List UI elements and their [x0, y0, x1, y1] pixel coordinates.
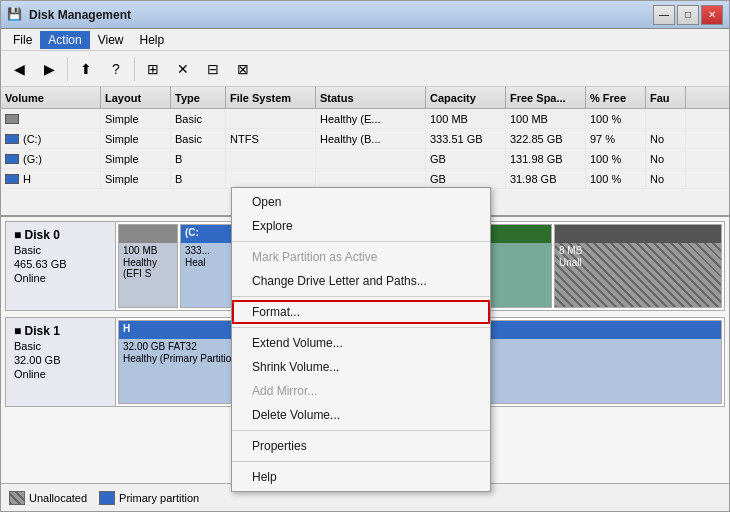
legend-unalloc-box [9, 491, 25, 505]
legend-primary: Primary partition [99, 491, 199, 505]
disk-0-vol-efi-header [119, 225, 177, 243]
menu-action[interactable]: Action [40, 31, 89, 49]
cell-free-4: 31.98 GB [506, 169, 586, 188]
col-capacity: Capacity [426, 87, 506, 108]
cell-capacity-3: GB [426, 149, 506, 168]
ctx-format[interactable]: Format... [232, 300, 490, 324]
cell-capacity-1: 100 MB [426, 109, 506, 128]
disk-0-vol-unalloc-size: 8 MB [559, 245, 717, 256]
cell-fs-1 [226, 109, 316, 128]
cell-free-1: 100 MB [506, 109, 586, 128]
disk-0-info: ■ Disk 0 Basic 465.63 GB Online [6, 222, 116, 310]
cell-layout-4: Simple [101, 169, 171, 188]
cell-status-2: Healthy (B... [316, 129, 426, 148]
disk-0-vol-efi-body: 100 MB Healthy (EFI S [119, 243, 177, 307]
cell-free-2: 322.85 GB [506, 129, 586, 148]
cell-volume-2: (C:) [1, 129, 101, 148]
cell-layout-2: Simple [101, 129, 171, 148]
legend-primary-box [99, 491, 115, 505]
col-fault: Fau [646, 87, 686, 108]
ctx-mark-active: Mark Partition as Active [232, 245, 490, 269]
cell-pct-4: 100 % [586, 169, 646, 188]
table-header: Volume Layout Type File System Status Ca… [1, 87, 729, 109]
rescan-button[interactable]: ⊞ [139, 55, 167, 83]
toolbar-sep-1 [67, 57, 68, 81]
cell-type-3: B [171, 149, 226, 168]
disk-0-vol-unalloc[interactable]: 8 MB Unall [554, 224, 722, 308]
ctx-extend[interactable]: Extend Volume... [232, 331, 490, 355]
cell-volume-4: H [1, 169, 101, 188]
ctx-explore[interactable]: Explore [232, 214, 490, 238]
disk-1-name: ■ Disk 1 [14, 324, 107, 338]
disk-0-size: 465.63 GB [14, 258, 107, 270]
disk-0-vol-unalloc-header [555, 225, 721, 243]
delete-button[interactable]: ✕ [169, 55, 197, 83]
cell-fault-4: No [646, 169, 686, 188]
cell-status-1: Healthy (E... [316, 109, 426, 128]
disk-1-status: Online [14, 368, 107, 380]
col-volume: Volume [1, 87, 101, 108]
main-content: Volume Layout Type File System Status Ca… [1, 87, 729, 511]
disk-0-status: Online [14, 272, 107, 284]
disk-0-vol-efi-label: Healthy (EFI S [123, 257, 173, 279]
forward-button[interactable]: ▶ [35, 55, 63, 83]
ctx-sep-5 [232, 461, 490, 462]
cell-free-3: 131.98 GB [506, 149, 586, 168]
menu-file[interactable]: File [5, 31, 40, 49]
menu-view[interactable]: View [90, 31, 132, 49]
title-controls: — □ ✕ [653, 5, 723, 25]
cell-fs-3 [226, 149, 316, 168]
ctx-sep-2 [232, 296, 490, 297]
maximize-button[interactable]: □ [677, 5, 699, 25]
ctx-change-letter[interactable]: Change Drive Letter and Paths... [232, 269, 490, 293]
disk-0-vol-efi[interactable]: 100 MB Healthy (EFI S [118, 224, 178, 308]
cell-layout-3: Simple [101, 149, 171, 168]
context-menu: Open Explore Mark Partition as Active Ch… [231, 187, 491, 492]
cell-layout-1: Simple [101, 109, 171, 128]
title-bar: 💾 Disk Management — □ ✕ [1, 1, 729, 29]
cell-fs-2: NTFS [226, 129, 316, 148]
ctx-sep-3 [232, 327, 490, 328]
format-toolbar-button[interactable]: ⊟ [199, 55, 227, 83]
disk-1-size: 32.00 GB [14, 354, 107, 366]
table-row[interactable]: (G:) Simple B GB 131.98 GB 100 % No [1, 149, 729, 169]
disk-1-info: ■ Disk 1 Basic 32.00 GB Online [6, 318, 116, 406]
table-row[interactable]: Simple Basic Healthy (E... 100 MB 100 MB… [1, 109, 729, 129]
disk-0-vol-unalloc-label: Unall [559, 257, 717, 268]
legend-primary-label: Primary partition [119, 492, 199, 504]
legend-unallocated: Unallocated [9, 491, 87, 505]
cell-type-2: Basic [171, 129, 226, 148]
table-row[interactable]: H Simple B GB 31.98 GB 100 % No [1, 169, 729, 189]
cell-pct-2: 97 % [586, 129, 646, 148]
ctx-help[interactable]: Help [232, 465, 490, 489]
col-status: Status [316, 87, 426, 108]
close-button[interactable]: ✕ [701, 5, 723, 25]
minimize-button[interactable]: — [653, 5, 675, 25]
menu-help[interactable]: Help [132, 31, 173, 49]
col-layout: Layout [101, 87, 171, 108]
back-button[interactable]: ◀ [5, 55, 33, 83]
disk-0-name: ■ Disk 0 [14, 228, 107, 242]
help-button[interactable]: ? [102, 55, 130, 83]
ctx-open[interactable]: Open [232, 190, 490, 214]
main-window: 💾 Disk Management — □ ✕ File Action View… [0, 0, 730, 512]
window-title: Disk Management [29, 8, 131, 22]
cell-capacity-4: GB [426, 169, 506, 188]
ctx-properties[interactable]: Properties [232, 434, 490, 458]
toolbar-sep-2 [134, 57, 135, 81]
properties-button[interactable]: ⊠ [229, 55, 257, 83]
cell-type-4: B [171, 169, 226, 188]
table-row[interactable]: (C:) Simple Basic NTFS Healthy (B... 333… [1, 129, 729, 149]
title-bar-left: 💾 Disk Management [7, 7, 131, 23]
cell-fault-1 [646, 109, 686, 128]
cell-capacity-2: 333.51 GB [426, 129, 506, 148]
cell-fs-4 [226, 169, 316, 188]
cell-pct-3: 100 % [586, 149, 646, 168]
col-filesystem: File System [226, 87, 316, 108]
legend-unalloc-label: Unallocated [29, 492, 87, 504]
up-button[interactable]: ⬆ [72, 55, 100, 83]
ctx-delete[interactable]: Delete Volume... [232, 403, 490, 427]
disk-0-type: Basic [14, 244, 107, 256]
ctx-sep-4 [232, 430, 490, 431]
ctx-shrink[interactable]: Shrink Volume... [232, 355, 490, 379]
